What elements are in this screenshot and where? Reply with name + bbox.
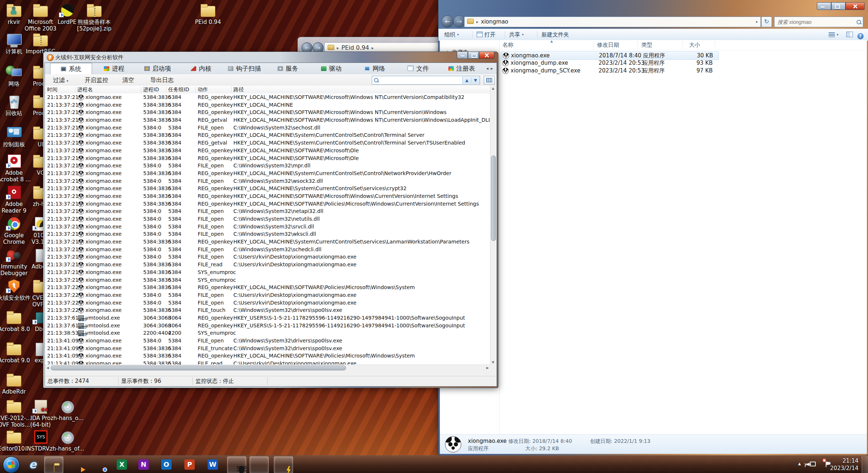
log-row[interactable]: 21:13:41:094xiongmao.exe5384:38365384FIL… (45, 360, 490, 365)
column-header[interactable]: 路径 (233, 86, 244, 93)
log-row[interactable]: 21:13:37:210xiongmao.exe5384:38365384REG… (45, 139, 490, 147)
preview-pane-button[interactable] (846, 29, 853, 40)
show-desktop-button[interactable] (862, 456, 868, 473)
taskbar-item-windows-explorer[interactable] (44, 456, 63, 473)
search-up-icon[interactable]: ▲ (463, 78, 471, 83)
log-row[interactable]: 21:13:37:210xiongmao.exe5384:05384FILE_o… (45, 230, 490, 238)
taskbar-clock[interactable]: 21:14 2023/2/14 (823, 457, 858, 472)
maximize-button[interactable] (831, 2, 846, 10)
log-row[interactable]: 21:13:37:210xiongmao.exe5384:38365384FIL… (45, 261, 490, 268)
log-row[interactable]: 21:13:37:210xiongmao.exe5384:38365384REG… (45, 185, 490, 192)
search-icon[interactable] (857, 20, 861, 24)
tab-registry[interactable]: 注册表 (441, 63, 482, 74)
start-monitor-button[interactable]: 开启监控 (82, 74, 110, 86)
column-header[interactable]: 进程ID (143, 86, 159, 93)
file-row[interactable]: xiongmao_dump.exe2023/2/14 20:53应用程序93 K… (501, 59, 718, 67)
log-row[interactable]: 21:13:37:210xiongmao.exe5384:38365384SYS… (45, 276, 490, 284)
log-row[interactable]: 21:13:37:210xiongmao.exe5384:05384FILE_o… (45, 207, 490, 215)
organize-button[interactable]: 组织▾ (444, 29, 459, 40)
log-row[interactable]: 21:13:38:536vmvmtoolsd.exe2200:44042200S… (45, 329, 490, 337)
log-row[interactable]: 21:13:37:210xiongmao.exe5384:05384FILE_o… (45, 162, 490, 170)
log-row[interactable]: 21:13:41:094xiongmao.exe5384:38365384REG… (45, 352, 490, 360)
minimize-button[interactable] (817, 2, 831, 10)
log-row[interactable]: 21:13:37:210xiongmao.exe5384:38365384REG… (45, 154, 490, 162)
log-row[interactable]: 21:13:37:210xiongmao.exe5384:05384FILE_o… (45, 223, 490, 231)
horizontal-scrollbar[interactable]: ◀ ▶ (45, 364, 490, 371)
address-bar[interactable]: ▸xiongmao ▾ (464, 17, 761, 27)
export-log-button[interactable]: 导出日志 (148, 74, 176, 86)
column-settings-button[interactable] (484, 76, 495, 85)
log-row[interactable]: 21:13:37:210xiongmao.exe5384:38365384REG… (45, 93, 490, 101)
refresh-button[interactable]: ↻ (761, 17, 772, 27)
log-row[interactable]: 21:13:37:210xiongmao.exe5384:05384FILE_o… (45, 215, 490, 223)
log-row[interactable]: 21:13:37:210xiongmao.exe5384:38365384REG… (45, 109, 490, 116)
vertical-scrollbar-thumb[interactable] (491, 156, 496, 241)
taskbar-item-powerpoint[interactable]: P (180, 456, 199, 473)
column-header[interactable]: 动作 (198, 86, 208, 93)
log-row[interactable]: 21:13:37:615vmvmtoolsd.exe3064:30683064R… (45, 322, 490, 330)
desktop-icon-folder[interactable]: PEid 0.94 (188, 3, 228, 25)
log-row[interactable]: 21:13:41:094xiongmao.exe5384:05384FILE_o… (45, 337, 490, 345)
file-column-header[interactable]: 大小 (689, 40, 700, 50)
peid-breadcrumb[interactable]: PEid 0.94 (342, 44, 369, 51)
search-input[interactable] (775, 19, 855, 25)
tab-system[interactable]: 系统 (50, 63, 92, 75)
minimize-button[interactable] (457, 52, 468, 59)
address-breadcrumb[interactable]: xiongmao (481, 18, 508, 25)
help-button[interactable]: ? (857, 29, 864, 40)
taskbar-item-huorong-security[interactable] (250, 456, 269, 473)
maximize-button[interactable] (468, 52, 479, 59)
desktop-icon-disc[interactable]: zh-hans_o... (47, 399, 87, 422)
share-button[interactable]: 共享▾ (509, 29, 524, 40)
tab-network[interactable]: 网络 (354, 63, 395, 74)
views-button[interactable]: ▾ (829, 29, 839, 40)
log-row[interactable]: 21:13:37:210xiongmao.exe5384:05384FILE_o… (45, 253, 490, 261)
log-row[interactable]: 21:13:37:210xiongmao.exe5384:38365384REG… (45, 170, 490, 177)
log-row[interactable]: 21:13:37:210xiongmao.exe5384:38365384REG… (45, 147, 490, 154)
taskbar-item-internet-explorer[interactable]: e (24, 456, 42, 473)
desktop-icon-zip[interactable]: 熊猫烧香样本[52pojie].zip (74, 3, 114, 32)
vertical-scrollbar[interactable]: ▲ ▼ (490, 86, 497, 365)
new-folder-button[interactable]: 新建文件夹 (541, 29, 569, 40)
log-row[interactable]: 21:13:37:225xiongmao.exe5384:05384FILE_o… (45, 291, 490, 299)
filter-button[interactable]: 过滤 ▾ (51, 74, 71, 86)
taskbar-item-excel[interactable]: X (113, 456, 131, 473)
start-button[interactable] (3, 456, 20, 473)
taskbar-item-chrome[interactable] (91, 456, 109, 473)
log-row[interactable]: 21:13:37:210xiongmao.exe5384:05384FILE_o… (45, 177, 490, 185)
log-search-input[interactable] (380, 77, 462, 84)
log-row[interactable]: 21:13:37:210xiongmao.exe5384:38365384REG… (45, 116, 490, 124)
taskbar-item-media-player[interactable] (68, 456, 87, 473)
file-column-header[interactable]: 修改日期 (597, 40, 619, 50)
taskbar-item-outlook[interactable]: O (157, 456, 176, 473)
horizontal-scrollbar-thumb[interactable] (51, 366, 346, 370)
search-down-icon[interactable]: ▼ (471, 78, 480, 83)
log-row[interactable]: 21:13:37:225xiongmao.exe5384:38365384REG… (45, 284, 490, 291)
log-row[interactable]: 21:13:37:210xiongmao.exe5384:05384FILE_o… (45, 246, 490, 253)
huorong-titlebar[interactable]: 火绒剑-互联网安全分析软件 (43, 52, 498, 63)
log-row[interactable]: 21:13:37:225xiongmao.exe5384:38365384FIL… (45, 306, 490, 314)
log-row[interactable]: 21:13:37:210xiongmao.exe5384:38365384REG… (45, 200, 490, 208)
address-dropdown-icon[interactable]: ▾ (756, 17, 758, 27)
close-button[interactable] (479, 52, 494, 59)
tray-expand-icon[interactable]: ▲ (798, 462, 801, 466)
column-header[interactable]: 时间 (47, 86, 57, 93)
log-row[interactable]: 21:13:37:210xiongmao.exe5384:38365384REG… (45, 101, 490, 109)
close-button[interactable] (846, 2, 865, 10)
search-box[interactable] (774, 17, 863, 27)
forward-button[interactable]: → (453, 15, 465, 28)
tab-process[interactable]: 进程 (93, 63, 135, 74)
open-button[interactable]: 打开 (477, 29, 495, 40)
taskbar-item-onenote[interactable]: N (134, 456, 153, 473)
file-column-header[interactable]: 名称 (502, 40, 514, 50)
column-header[interactable]: 任务组ID (168, 86, 189, 93)
taskbar-item-huorong-sword[interactable] (227, 456, 246, 473)
desktop-icon-folder[interactable]: AdbeRdr (0, 373, 34, 395)
taskbar-item-word[interactable]: W (204, 456, 222, 473)
back-button[interactable]: ← (441, 15, 454, 28)
tab-driver[interactable]: 驱动 (311, 63, 352, 74)
tab-kernel[interactable]: 内核 (180, 63, 222, 74)
log-row[interactable]: 21:13:41:094xiongmao.exe5384:38365384FIL… (45, 345, 490, 352)
desktop-icon-disc[interactable]: zh-hans_of... (47, 430, 87, 452)
taskbar-item-flash-tool[interactable] (274, 456, 293, 473)
